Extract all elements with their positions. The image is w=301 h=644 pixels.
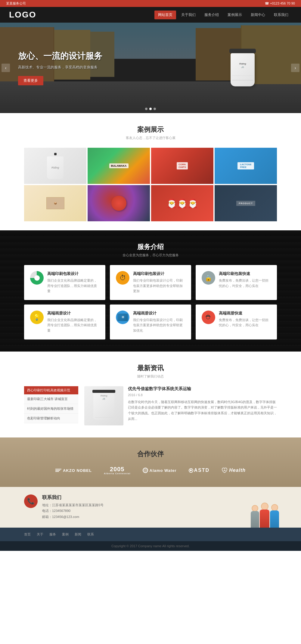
news-title: 最新资讯 <box>24 364 277 373</box>
news-sidebar-item-3[interactable]: 色彩印刷管理解析动向 <box>24 414 78 423</box>
services-title: 服务介绍 <box>24 242 277 251</box>
nav-home[interactable]: 网站首页 <box>154 11 176 19</box>
footer-nav-contact[interactable]: 联系 <box>87 532 94 537</box>
partners-title: 合作伙伴 <box>24 450 277 459</box>
hero-content: 放心、一流的设计服务 高新技术、专业一流的服务，享受高档的变身服务 查看更多 <box>0 50 120 85</box>
contact-info-block: 📞 联系我们 地址：江苏省某某某某市某某区某某路5号 电话：1234567890… <box>24 494 104 520</box>
dot-3[interactable] <box>154 108 156 110</box>
news-article-excerpt: 在数字化时代的今天，随着互联网和移动互联网的快速发展，数码时代3G和4G的普及，… <box>128 399 277 422</box>
footer-nav-cases[interactable]: 案例 <box>62 532 69 537</box>
partner-alberta: 2005 Alberta Centennial <box>104 466 131 475</box>
service-icon-1 <box>30 271 44 285</box>
partner-astd: ASTD <box>189 468 210 473</box>
partner-health: Health <box>222 467 246 473</box>
slider-dots <box>145 108 156 110</box>
service-title-2: 高端印刷包装设计 <box>133 271 185 276</box>
top-bar: 某某服务公司 ☎ +0123 456 70 90 <box>0 0 301 7</box>
nav-news[interactable]: 新闻中心 <box>247 11 269 19</box>
service-icon-3: 🔒 <box>202 271 215 285</box>
news-section: 最新资讯 随时了解我们动态 西心印刷打印机高效视频示范 最新印刷三大城市 讲城宣… <box>0 352 301 437</box>
news-article-date: 2016 / 6.8 <box>128 393 277 397</box>
case-item[interactable]: CORNCHIPS <box>151 148 213 184</box>
footer-nav-home[interactable]: 首页 <box>24 532 31 537</box>
logo: LOGO <box>9 10 36 20</box>
contact-details: 联系我们 地址：江苏省某某某某市某某区某某路5号 电话：1234567890 邮… <box>42 494 104 520</box>
news-sidebar-item-1[interactable]: 最新印刷三大城市 讲城宣言 <box>24 394 78 404</box>
case-item[interactable]: PRODUCT <box>215 185 277 221</box>
service-card-5-content: 高端画册设计 我们专业印刷包装设计公司，印刷包装方案更多种助您的专业帮助更加优化 <box>133 311 185 333</box>
service-card-3: 🔒 高端印刷包装快速 免费发布，免费洽谈，让您一切担忧的心，均安全，用心实在 <box>196 265 277 300</box>
phone-icon: 📞 <box>24 494 38 508</box>
phone-number: ☎ +0123 456 70 90 <box>265 2 295 5</box>
service-card-2: ⏱ 高端印刷包装设计 我们专业印刷包装设计公司，印刷包装方案更多种助您的专业帮助… <box>110 265 191 300</box>
service-icon-4: 💡 <box>30 311 44 324</box>
partners-logos: AKZO NOBEL 2005 Alberta Centennial Alamo… <box>24 466 277 475</box>
news-content: 西心印刷打印机高效视频示范 最新印刷三大城市 讲城宣言 钓到的最好国外海的纸张市… <box>24 386 277 425</box>
service-card-1-content: 高端印刷包装设计 我们企业文化和品牌战略定量的，用专业打造团队，用实力铸就优质量 <box>47 271 99 294</box>
contact-people-image <box>247 497 283 528</box>
case-item[interactable]: Riding <box>24 148 86 184</box>
dot-1[interactable] <box>145 108 147 110</box>
service-card-6-content: 高端画册快速 免费发布，免费洽谈，让您一切担忧的心，均安全，用心实在 <box>219 311 271 328</box>
service-desc-5: 我们专业印刷包装设计公司，印刷包装方案更多种助您的专业帮助更加优化 <box>133 317 185 333</box>
footer-copyright: Copyright © 2017 Company name All rights… <box>0 541 301 551</box>
hero-cta-button[interactable]: 查看更多 <box>18 76 43 85</box>
partner-alamo: Alamo Water <box>143 468 177 473</box>
nav-services[interactable]: 服务介绍 <box>201 11 222 19</box>
service-desc-3: 免费发布，免费洽谈，让您一切担忧的心，均安全，用心实在 <box>219 278 271 289</box>
case-item[interactable] <box>88 185 150 221</box>
footer-nav-news[interactable]: 新闻 <box>75 532 81 537</box>
news-cup-visual: Riding🚲 <box>93 391 114 420</box>
news-article-title: 优先号借鉴数字字体系统关系运输 <box>128 386 277 392</box>
news-sidebar-item-2[interactable]: 钓到的最好国外海的纸张市场情 <box>24 404 78 414</box>
service-card-2-content: 高端印刷包装设计 我们专业印刷包装设计公司，印刷包装方案更多种助您的专业帮助加更… <box>133 271 185 294</box>
news-article-text: 优先号借鉴数字字体系统关系运输 2016 / 6.8 在数字化时代的今天，随着互… <box>128 386 277 425</box>
service-desc-4: 我们企业文化和品牌战略定量的，用专业打造团队，用实力铸就优质量 <box>47 317 99 333</box>
service-card-4-content: 高端画册设计 我们企业文化和品牌战略定量的，用专业打造团队，用实力铸就优质量 <box>47 311 99 333</box>
case-item[interactable]: BULAWAKA <box>88 148 150 184</box>
nav-cases[interactable]: 案例展示 <box>224 11 246 19</box>
footer-nav-items: 首页 关于 服务 案例 新闻 联系 <box>24 532 94 537</box>
footer-nav-about[interactable]: 关于 <box>37 532 43 537</box>
slider-prev[interactable]: ‹ <box>2 64 10 72</box>
partners-section: 合作伙伴 AKZO NOBEL 2005 Alberta Centen <box>0 437 301 487</box>
news-sidebar-title: 西心印刷打印机高效视频示范 <box>24 386 78 394</box>
hero-title: 放心、一流的设计服务 <box>18 50 102 62</box>
partner-akzonobel: AKZO NOBEL <box>55 467 92 474</box>
service-title-6: 高端画册快速 <box>219 311 271 316</box>
services-section: 服务介绍 全心全意为您服务，尽心尽力为您服务 高端印刷包装设计 我们企业文化和品… <box>0 230 301 352</box>
case-item[interactable]: 🎅🎅🎅 <box>151 185 213 221</box>
service-desc-2: 我们专业印刷包装设计公司，印刷包装方案更多种助您的专业帮助加更加 <box>133 278 185 294</box>
service-card-6: ⛑ 高端画册快速 免费发布，免费洽谈，让您一切担忧的心，均安全，用心实在 <box>196 305 277 339</box>
footer-nav-services[interactable]: 服务 <box>49 532 56 537</box>
service-title-5: 高端画册设计 <box>133 311 185 316</box>
cases-title: 案例展示 <box>24 125 277 134</box>
service-icon-6: ⛑ <box>202 311 215 324</box>
cases-grid: Riding BULAWAKA CORNCHIPS LACTOSEFREE 📦 <box>24 148 277 221</box>
nav-contact[interactable]: 联系我们 <box>270 11 292 19</box>
copyright-text: Copyright © 2017 Company name All rights… <box>111 544 190 548</box>
contact-email: 邮箱：123456@123.com <box>42 514 104 520</box>
contact-phone: 电话：1234567890 <box>42 508 104 514</box>
company-name: 某某服务公司 <box>6 1 26 6</box>
news-subtitle: 随时了解我们动态 <box>24 374 277 379</box>
slider-next[interactable]: › <box>291 64 299 72</box>
service-card-5: 🖼 高端画册设计 我们专业印刷包装设计公司，印刷包装方案更多种助您的专业帮助更加… <box>110 305 191 339</box>
contact-title: 联系我们 <box>42 494 104 501</box>
dot-2[interactable] <box>149 108 152 110</box>
hero-subtitle: 高新技术、专业一流的服务，享受高档的变身服务 <box>18 65 102 70</box>
hero-slider: ‹ 放心、一流的设计服务 高新技术、专业一流的服务，享受高档的变身服务 查看更多… <box>0 23 301 113</box>
contact-section: 📞 联系我们 地址：江苏省某某某某市某某区某某路5号 电话：1234567890… <box>0 487 301 528</box>
contact-address: 地址：江苏省某某某某市某某区某某路5号 <box>42 502 104 508</box>
hero-product-image: Riding🚲 <box>231 49 256 87</box>
service-icon-5: 🖼 <box>116 311 129 324</box>
service-title-1: 高端印刷包装设计 <box>47 271 99 276</box>
case-item[interactable]: LACTOSEFREE <box>215 148 277 184</box>
main-nav: 网站首页 关于我们 服务介绍 案例展示 新闻中心 联系我们 <box>154 11 292 19</box>
service-card-1: 高端印刷包装设计 我们企业文化和品牌战略定量的，用专业打造团队，用实力铸就优质量 <box>24 265 105 300</box>
case-item[interactable]: 📦 <box>24 185 86 221</box>
news-article-image: Riding🚲 <box>84 386 123 425</box>
service-title-3: 高端印刷包装快速 <box>219 271 271 276</box>
nav-about[interactable]: 关于我们 <box>178 11 199 19</box>
service-desc-1: 我们企业文化和品牌战略定量的，用专业打造团队，用实力铸就优质量 <box>47 278 99 294</box>
